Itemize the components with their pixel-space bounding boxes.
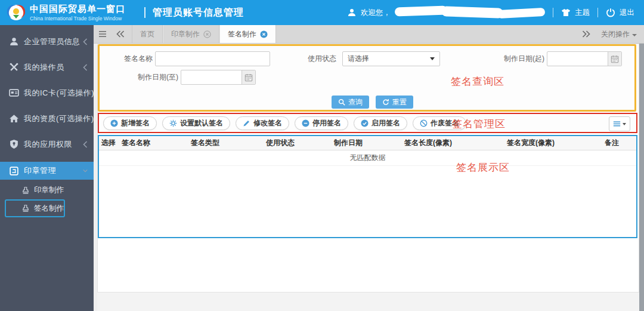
calendar-icon[interactable]: [242, 70, 255, 84]
make-date-to-input[interactable]: [181, 70, 242, 84]
sidebar-subitem-seal-making[interactable]: 印章制作: [0, 182, 94, 198]
signature-display-section: 选择 签名名称 签名类型 使用状态 制作日期 签名长度(像素) 签名宽度(像素)…: [98, 135, 637, 238]
plus-circle-icon: [110, 119, 118, 127]
tools-icon: [9, 62, 19, 72]
brand-name-cn: 中国国际贸易单一窗口: [30, 4, 125, 15]
close-tab-icon[interactable]: [260, 30, 268, 38]
column-header-signature-name[interactable]: 签名名称: [119, 136, 188, 150]
brand: 中国国际贸易单一窗口 China International Trade Sin…: [0, 4, 142, 21]
user-avatar-icon: [347, 8, 357, 17]
search-icon: [338, 98, 345, 106]
logout-button[interactable]: 退出: [620, 8, 634, 18]
menu-hamburger-icon[interactable]: [94, 25, 112, 43]
title-divider: [144, 7, 145, 18]
tab-bar: 首页 印章制作 签名制作 关闭操作: [94, 25, 644, 44]
column-header-signature-width[interactable]: 签名宽度(像素): [504, 136, 602, 150]
ban-circle-icon: [420, 119, 428, 127]
sidebar: 企业管理员信息 我的操作员 我的IC卡(可选操作) 我的资质(可选操作) 我的应…: [0, 25, 94, 311]
user-icon: [9, 36, 19, 47]
signature-name-input[interactable]: [156, 52, 270, 66]
column-header-make-date[interactable]: 制作日期: [332, 136, 402, 150]
signature-table: 选择 签名名称 签名类型 使用状态 制作日期 签名长度(像素) 签名宽度(像素)…: [99, 136, 636, 150]
reset-icon: [382, 98, 389, 106]
query-area-annotation: 签名查询区: [451, 75, 504, 88]
scroll-tabs-right-icon[interactable]: [577, 30, 595, 38]
content-footer-area: [97, 292, 639, 311]
theme-shirt-icon[interactable]: [561, 8, 571, 17]
column-header-signature-length[interactable]: 签名长度(像素): [402, 136, 504, 150]
list-icon: [613, 121, 621, 127]
chevron-left-icon: [83, 141, 88, 148]
make-date-to-field: [181, 70, 256, 85]
close-tab-icon[interactable]: [203, 30, 211, 38]
signature-name-field: [155, 51, 270, 66]
tab-home[interactable]: 首页: [132, 25, 163, 43]
header-divider: [597, 8, 598, 17]
stamp-icon: [21, 186, 30, 195]
close-operations-dropdown[interactable]: 关闭操作: [601, 29, 637, 39]
gear-icon: [169, 119, 177, 127]
app-header: 中国国际贸易单一窗口 China International Trade Sin…: [0, 0, 644, 25]
column-header-use-status[interactable]: 使用状态: [264, 136, 332, 150]
chevron-down-icon: [83, 167, 88, 174]
home-icon: [9, 113, 19, 124]
tabbar-right-controls: 关闭操作: [577, 25, 644, 43]
column-header-remarks[interactable]: 备注: [602, 136, 636, 150]
shield-icon: [9, 139, 19, 149]
header-right: 欢迎您， 主题 退出: [347, 7, 644, 19]
signature-query-section: 签名名称 使用状态 请选择 制作日期(起) 制作日期(至) 查询: [98, 44, 636, 112]
page-title: 管理员账号信息管理: [153, 7, 244, 19]
theme-button[interactable]: 主题: [575, 8, 590, 18]
sidebar-item-my-app-permissions[interactable]: 我的应用权限: [0, 131, 94, 157]
check-circle-icon: [361, 119, 369, 127]
caret-down-icon: [623, 123, 626, 125]
sidebar-item-my-operators[interactable]: 我的操作员: [0, 54, 94, 80]
make-date-to-label: 制作日期(至): [100, 70, 178, 85]
brand-name-en: China International Trade Single Window: [30, 16, 125, 21]
vertical-scrollbar[interactable]: [639, 44, 644, 311]
pencil-icon: [243, 119, 250, 127]
tab-seal-making[interactable]: 印章制作: [163, 25, 219, 43]
sidebar-item-enterprise-admin-info[interactable]: 企业管理员信息: [0, 29, 94, 54]
stamp-icon: [21, 204, 30, 213]
column-header-signature-type[interactable]: 签名类型: [188, 136, 264, 150]
redaction-scribble: [395, 5, 447, 16]
make-date-from-input[interactable]: [547, 52, 608, 66]
redacted-username: [395, 7, 545, 19]
enable-signature-button[interactable]: 启用签名: [354, 116, 407, 130]
power-icon[interactable]: [606, 8, 615, 17]
minus-circle-icon: [302, 119, 309, 127]
scroll-tabs-left-icon[interactable]: [112, 25, 129, 43]
column-header-select[interactable]: 选择: [99, 136, 119, 150]
management-area-annotation: 签名管理区: [452, 117, 506, 131]
disable-signature-button[interactable]: 停用签名: [295, 116, 348, 130]
column-settings-button[interactable]: [609, 116, 630, 131]
search-button[interactable]: 查询: [332, 96, 369, 109]
modify-signature-button[interactable]: 修改签名: [236, 116, 289, 130]
calendar-icon[interactable]: [608, 52, 621, 66]
main-area: 首页 印章制作 签名制作 关闭操作 签名名称 使用状态 请选择 制作: [94, 25, 644, 311]
chevron-left-icon: [83, 38, 88, 45]
header-divider: [553, 8, 553, 17]
sidebar-item-seal-management[interactable]: 印章管理: [0, 162, 94, 180]
add-signature-button[interactable]: 新增签名: [103, 116, 157, 130]
content-card: 签名名称 使用状态 请选择 制作日期(起) 制作日期(至) 查询: [97, 44, 639, 292]
signature-name-label: 签名名称: [100, 51, 153, 66]
redaction-scribble: [497, 8, 546, 19]
sidebar-item-my-ic-card[interactable]: 我的IC卡(可选操作): [0, 80, 94, 106]
sidebar-item-my-qualifications[interactable]: 我的资质(可选操作): [0, 106, 94, 131]
display-area-annotation: 签名展示区: [456, 161, 510, 174]
use-status-select[interactable]: 请选择: [342, 51, 440, 66]
caret-down-icon: [430, 57, 435, 60]
empty-state-text: 无匹配数据: [99, 150, 636, 166]
redaction-scribble: [441, 6, 504, 19]
caret-down-icon: [632, 34, 637, 36]
welcome-label: 欢迎您，: [361, 8, 391, 18]
set-default-signature-button[interactable]: 设置默认签名: [162, 116, 230, 130]
tab-signature-making[interactable]: 签名制作: [219, 25, 276, 43]
table-header-row: 选择 签名名称 签名类型 使用状态 制作日期 签名长度(像素) 签名宽度(像素)…: [99, 136, 636, 150]
reset-button[interactable]: 重置: [376, 96, 413, 109]
chevron-left-icon: [83, 64, 88, 71]
sidebar-subitem-signature-making[interactable]: 签名制作: [5, 199, 65, 217]
signature-management-section: 新增签名 设置默认签名 修改签名 停用签名 启用签名 作废签名: [98, 113, 637, 133]
